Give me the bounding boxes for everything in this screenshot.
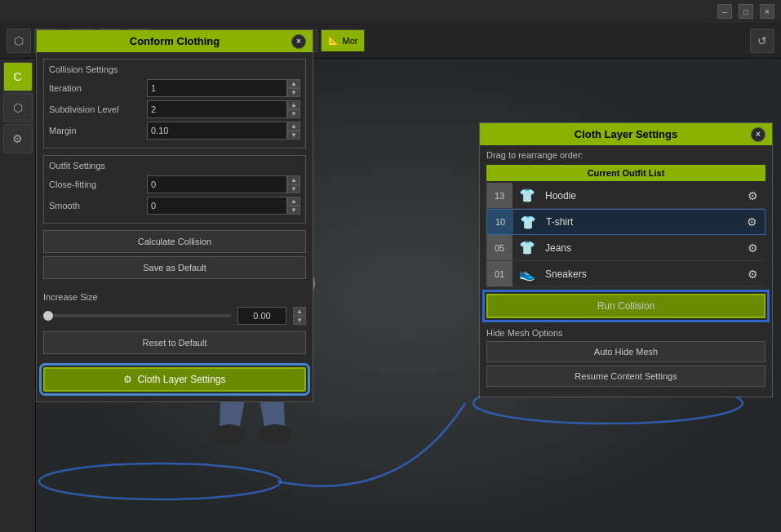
- left-panel-conform-btn[interactable]: C: [3, 62, 33, 91]
- smooth-spinner: ▲ ▼: [287, 197, 300, 215]
- hide-mesh-title: Hide Mesh Options: [486, 325, 765, 341]
- refresh-icon[interactable]: ↺: [750, 29, 774, 53]
- increase-size-label: Increase Size: [43, 292, 306, 302]
- conform-clothing-panel: Conform Clothing × Collision Settings It…: [36, 29, 313, 402]
- subdivision-up[interactable]: ▲: [287, 100, 300, 109]
- margin-spinner: ▲ ▼: [287, 122, 300, 140]
- close-fitting-input[interactable]: [147, 175, 287, 193]
- cloth-panel-close-btn[interactable]: ×: [751, 127, 765, 142]
- jeans-gear-icon[interactable]: ⚙: [739, 242, 765, 255]
- cloth-panel-title: Cloth Layer Settings: [575, 128, 677, 140]
- cloth-layer-icon: ⚙: [123, 374, 132, 385]
- window-controls: – □ ×: [0, 0, 781, 23]
- slider-up[interactable]: ▲: [293, 307, 306, 316]
- cloth-layer-label: Cloth Layer Settings: [137, 374, 225, 385]
- outfit-row-sneakers[interactable]: 01 👟 Sneakers ⚙: [486, 261, 765, 287]
- left-panel-btn-2[interactable]: ⚙: [3, 124, 33, 153]
- collision-settings-group: Collision Settings Iteration ▲ ▼ Subdivi…: [43, 59, 306, 149]
- iteration-input-wrap: ▲ ▼: [147, 79, 300, 97]
- sneakers-num: 01: [486, 261, 513, 286]
- close-fitting-input-wrap: ▲ ▼: [147, 175, 300, 193]
- tab-morph2[interactable]: 📐 Mor: [321, 29, 366, 52]
- outfit-row-tshirt[interactable]: 10 👕 T-shirt ⚙: [486, 209, 765, 235]
- svg-point-9: [259, 424, 291, 444]
- conform-panel-close-btn[interactable]: ×: [291, 34, 306, 49]
- conform-panel-title: Conform Clothing: [130, 35, 220, 47]
- left-panel: C ⬡ ⚙: [0, 59, 36, 532]
- jeans-num: 05: [486, 235, 513, 260]
- tshirt-num: 10: [487, 210, 513, 234]
- sneakers-icon: 👟: [513, 266, 542, 282]
- conform-panel-body: Collision Settings Iteration ▲ ▼ Subdivi…: [37, 52, 313, 289]
- smooth-label: Smooth: [49, 201, 147, 211]
- resume-content-settings-button[interactable]: Resume Content Settings: [486, 366, 765, 387]
- minimize-button[interactable]: –: [717, 4, 732, 19]
- margin-label: Margin: [49, 126, 147, 135]
- iteration-spinner: ▲ ▼: [287, 79, 300, 97]
- tshirt-name: T-shirt: [543, 216, 739, 228]
- iteration-input[interactable]: [147, 79, 287, 97]
- smooth-input-wrap: ▲ ▼: [147, 197, 300, 215]
- hoodie-name: Hoodie: [542, 190, 739, 202]
- margin-row: Margin ▲ ▼: [49, 122, 300, 140]
- smooth-input[interactable]: [147, 197, 287, 215]
- close-fitting-down[interactable]: ▼: [287, 184, 300, 193]
- subdivision-row: Subdivision Level ▲ ▼: [49, 100, 300, 118]
- close-fitting-label: Close-fitting: [49, 180, 147, 189]
- close-fitting-up[interactable]: ▲: [287, 175, 300, 184]
- slider-spinner: ▲ ▼: [293, 307, 306, 325]
- tshirt-gear-icon[interactable]: ⚙: [739, 215, 765, 228]
- jeans-name: Jeans: [542, 242, 739, 254]
- size-slider-thumb[interactable]: [43, 311, 53, 321]
- auto-hide-mesh-button[interactable]: Auto Hide Mesh: [486, 341, 765, 362]
- slider-value-display: 0.00: [237, 307, 286, 325]
- close-fitting-spinner: ▲ ▼: [287, 175, 300, 193]
- left-panel-btn-1[interactable]: ⬡: [3, 93, 33, 122]
- viewport-icon[interactable]: ⬡: [7, 29, 31, 53]
- outfit-row-hoodie[interactable]: 13 👕 Hoodie ⚙: [486, 183, 765, 209]
- margin-up[interactable]: ▲: [287, 122, 300, 131]
- hoodie-gear-icon[interactable]: ⚙: [739, 189, 765, 202]
- subdivision-input-wrap: ▲ ▼: [147, 100, 300, 118]
- conform-panel-header: Conform Clothing ×: [37, 30, 313, 52]
- run-collision-button[interactable]: Run Collision: [486, 294, 765, 318]
- outfit-table-container: Current Outfit List 13 👕 Hoodie ⚙ 10 👕 T…: [480, 165, 772, 287]
- smooth-up[interactable]: ▲: [287, 197, 300, 206]
- svg-point-8: [213, 424, 246, 444]
- hoodie-num: 13: [486, 183, 513, 208]
- slider-row: 0.00 ▲ ▼: [43, 307, 306, 325]
- morph2-icon: 📐: [328, 35, 339, 46]
- smooth-down[interactable]: ▼: [287, 206, 300, 215]
- save-as-default-button[interactable]: Save as Default: [43, 256, 306, 279]
- subdivision-input[interactable]: [147, 100, 287, 118]
- calculate-collision-button[interactable]: Calculate Collision: [43, 230, 306, 253]
- outfit-settings-label: Outfit Settings: [49, 161, 300, 171]
- margin-input[interactable]: [147, 122, 287, 140]
- morph2-label: Mor: [343, 36, 358, 46]
- window-close-button[interactable]: ×: [760, 4, 774, 19]
- increase-size-section: Increase Size 0.00 ▲ ▼ Reset to Default: [37, 289, 313, 364]
- reset-to-default-button[interactable]: Reset to Default: [43, 331, 306, 354]
- tshirt-icon: 👕: [513, 215, 543, 230]
- hoodie-icon: 👕: [513, 188, 542, 203]
- outfit-settings-group: Outfit Settings Close-fitting ▲ ▼ Smooth: [43, 155, 306, 224]
- hide-mesh-section: Hide Mesh Options Auto Hide Mesh Resume …: [480, 325, 772, 397]
- cloth-panel-header: Cloth Layer Settings ×: [480, 123, 772, 145]
- cloth-layer-settings-button[interactable]: ⚙ Cloth Layer Settings: [43, 367, 306, 392]
- slider-down[interactable]: ▼: [293, 316, 306, 325]
- iteration-down[interactable]: ▼: [287, 88, 300, 97]
- close-fitting-row: Close-fitting ▲ ▼: [49, 175, 300, 193]
- margin-down[interactable]: ▼: [287, 131, 300, 140]
- maximize-button[interactable]: □: [739, 4, 753, 19]
- subdivision-label: Subdivision Level: [49, 104, 147, 114]
- outfit-row-jeans[interactable]: 05 👕 Jeans ⚙: [486, 235, 765, 261]
- smooth-row: Smooth ▲ ▼: [49, 197, 300, 215]
- subdivision-spinner: ▲ ▼: [287, 100, 300, 118]
- sneakers-gear-icon[interactable]: ⚙: [739, 268, 765, 281]
- iteration-up[interactable]: ▲: [287, 79, 300, 88]
- jeans-icon: 👕: [513, 240, 542, 255]
- iteration-row: Iteration ▲ ▼: [49, 79, 300, 97]
- size-slider-track[interactable]: [43, 314, 231, 317]
- iteration-label: Iteration: [49, 83, 147, 93]
- subdivision-down[interactable]: ▼: [287, 109, 300, 118]
